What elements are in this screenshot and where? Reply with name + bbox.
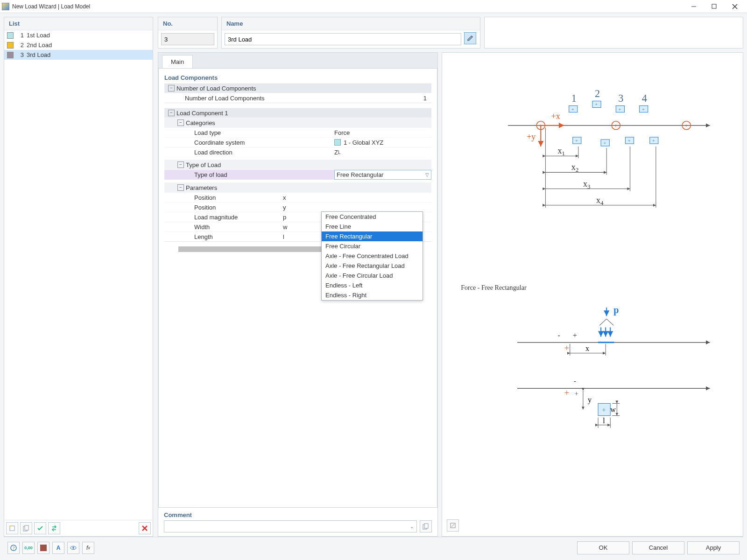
color-button[interactable] [37,542,49,554]
no-field[interactable] [161,33,214,45]
svg-text:x1: x1 [558,146,565,157]
section-load-components: Load Components [164,74,431,81]
tab-main[interactable]: Main [162,55,193,68]
row-coord-system[interactable]: Coordinate system 1 - Global XYZ [164,137,431,147]
svg-text:x2: x2 [571,162,579,173]
dropdown-item[interactable]: Endless - Left [322,280,423,290]
ok-button[interactable]: OK [577,541,629,554]
dialog-footer: ? 0,00 A fx OK Cancel Apply [4,537,743,558]
svg-text:+: + [573,331,577,339]
dropdown-item[interactable]: Free Concentrated [322,212,423,222]
list-item[interactable]: 2 2nd Load [4,40,153,50]
color-chip [334,139,341,146]
color-swatch [7,32,14,39]
comment-library-button[interactable] [420,520,432,532]
list-item[interactable]: 3 3rd Load [4,50,153,60]
copy-icon[interactable] [20,522,32,534]
row-num-components[interactable]: − Number of Load Components [164,83,431,93]
svg-text:x4: x4 [596,196,604,206]
list-item[interactable]: 1 1st Load [4,30,153,40]
svg-text:+: + [603,140,606,146]
rename-button[interactable] [464,32,476,44]
new-icon[interactable] [6,522,18,534]
window-title: New Load Wizard | Load Model [12,3,684,10]
cancel-button[interactable]: Cancel [632,541,684,554]
row-position-y[interactable]: Position y [164,202,431,212]
name-panel: Name [221,17,480,49]
comment-combo[interactable]: ⌄ [164,520,417,532]
swap-icon[interactable] [48,522,60,534]
function-button[interactable]: fx [82,542,94,554]
load-list: 1 1st Load 2 2nd Load 3 3rd Load [4,30,153,520]
help-icon: ? [10,545,17,551]
color-swatch [7,42,14,49]
maximize-button[interactable] [704,0,725,13]
collapse-icon[interactable]: − [168,110,175,116]
load-diagram: 1 2 3 4 ++++ [442,53,743,536]
svg-text:4: 4 [642,92,647,104]
type-of-load-combo[interactable]: Free Rectangular ▽ [334,170,431,180]
row-position-x[interactable]: Position x [164,192,431,202]
row-type-of-load-header[interactable]: − Type of Load [164,160,431,169]
svg-text:+: + [684,122,688,129]
svg-rect-1 [712,4,716,8]
row-load-component-1[interactable]: − Load Component 1 [164,108,431,118]
dropdown-item[interactable]: Free Line [322,222,423,231]
diagram-settings-button[interactable] [447,519,459,532]
collapse-icon[interactable]: − [177,161,184,168]
svg-text:+: + [627,138,630,143]
apply-button[interactable]: Apply [687,541,740,554]
preview-placeholder-panel [484,17,743,49]
svg-text:-: - [558,331,560,339]
svg-text:+: + [564,343,569,353]
svg-text:+: + [575,390,578,397]
dropdown-item[interactable]: Axle - Free Rectangular Load [322,261,423,271]
svg-point-91 [72,547,74,549]
svg-text:+: + [571,106,574,112]
svg-text:+x: +x [551,112,560,121]
dropdown-item[interactable]: Axle - Free Circular Load [322,271,423,280]
diagram-panel: 1 2 3 4 ++++ [442,52,743,537]
name-field[interactable] [225,33,461,45]
pencil-icon [467,35,473,42]
dropdown-item[interactable]: Axle - Free Concentrated Load [322,251,423,261]
check-all-icon[interactable] [34,522,46,534]
row-num-components-value[interactable]: Number of Load Components 1 [164,93,431,103]
svg-text:+: + [602,406,606,413]
collapse-icon[interactable]: − [177,119,184,126]
list-panel: List 1 1st Load 2 2nd Load 3 3rd Load [4,17,153,537]
svg-text:w: w [610,406,616,413]
text-style-button[interactable]: A [52,542,64,554]
view-button[interactable] [67,542,79,554]
row-categories[interactable]: − Categories [164,118,431,127]
svg-text:x: x [585,344,589,352]
units-button[interactable]: 0,00 [22,542,35,554]
collapse-icon[interactable]: − [168,85,175,91]
svg-text:1: 1 [571,92,577,104]
dropdown-item[interactable]: Free Rectangular [322,231,423,241]
row-parameters[interactable]: − Parameters [164,182,431,192]
type-of-load-dropdown[interactable]: Free Concentrated Free Line Free Rectang… [321,211,423,301]
svg-text:+: + [575,138,578,143]
svg-text:+: + [642,106,645,112]
svg-text:+: + [618,106,621,112]
help-button[interactable]: ? [7,542,20,554]
comment-panel: Comment ⌄ [158,507,437,536]
dropdown-item[interactable]: Endless - Right [322,290,423,300]
svg-text:3: 3 [618,92,623,104]
minimize-button[interactable] [684,0,704,13]
svg-text:x3: x3 [583,179,591,190]
app-icon [2,3,9,10]
row-load-direction[interactable]: Load direction ZL [164,147,431,157]
row-type-of-load[interactable]: Type of load Free Rectangular ▽ [164,169,431,180]
dropdown-item[interactable]: Free Circular [322,241,423,251]
row-load-type[interactable]: Load type Force [164,127,431,137]
close-button[interactable] [725,0,745,13]
svg-text:+: + [564,388,569,398]
svg-text:+: + [652,138,655,143]
svg-text:?: ? [13,546,15,551]
delete-icon[interactable] [139,522,151,534]
properties-panel: Main Load Components − Number of Load Co… [158,52,438,537]
svg-text:+: + [595,101,598,107]
collapse-icon[interactable]: − [177,184,184,191]
